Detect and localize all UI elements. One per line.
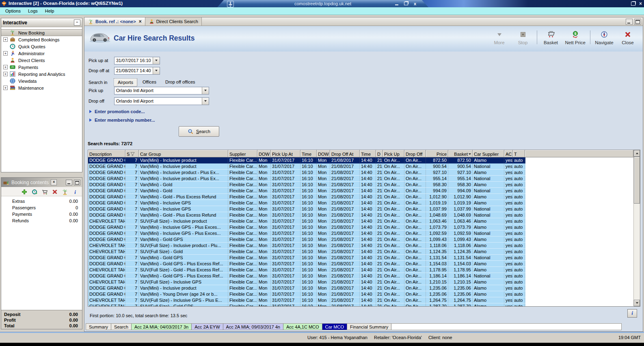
nett-price-button[interactable]: $Nett Price (563, 30, 588, 45)
window-close-button[interactable]: × (639, 1, 642, 6)
result-row[interactable]: DODGE GRAND CAR...7Van(Mini) - Inclusive… (88, 206, 525, 212)
sidebar-item-reporting-and-analytics[interactable]: +Reporting and Analytics (1, 71, 82, 77)
column-header-drop-off[interactable]: Drop Off (404, 150, 426, 157)
dropdown-arrow-icon[interactable] (202, 87, 209, 94)
pickup-location-select[interactable]: Orlando Intl Airport (114, 87, 209, 95)
document-tab[interactable]: Direct Clients Search (145, 17, 202, 26)
result-row[interactable]: CHEVROLET TAHOE ...7SUV(Full Size) - Inc… (88, 279, 525, 285)
expand-toggle-icon[interactable]: + (3, 37, 8, 42)
sidebar-item-completed-bookings[interactable]: +Completed Bookings (1, 36, 82, 43)
search-in-offices[interactable]: Offices (139, 79, 160, 86)
column-header-basket[interactable]: Basket (448, 150, 473, 157)
panel-maximize-button[interactable] (634, 19, 641, 25)
vertical-scrollbar[interactable] (633, 150, 640, 306)
column-header-d[interactable]: D (376, 150, 383, 157)
result-row[interactable]: DODGE GRAND CAR...7Van(Mini) - Gold - Pl… (88, 194, 525, 200)
bottom-tab-financial-summary[interactable]: Financial Summary (347, 324, 391, 330)
result-row[interactable]: DODGE GRAND CAR...7Van(Mini) - Inclusive… (88, 157, 525, 163)
column-header-dow[interactable]: DOW (257, 150, 271, 157)
booking-contents-row[interactable]: Passengers0 (1, 204, 82, 211)
menu-logs[interactable]: Logs (24, 8, 41, 14)
sidebar-item-payments[interactable]: +$Payments (1, 64, 82, 71)
column-header-time[interactable]: Time (300, 150, 317, 157)
menu-help[interactable]: Help (41, 8, 58, 14)
result-row[interactable]: DODGE GRAND CAR...7Van(Mini) - Gold GPSF… (88, 236, 525, 243)
bottom-tab-acc-2a-eyw[interactable]: Acc 2A EYW (192, 324, 223, 330)
info-button[interactable]: i (72, 189, 78, 195)
collapse-panel-button[interactable]: − (74, 19, 80, 26)
dropoff-location-select[interactable]: Orlando Intl Airport (114, 97, 209, 105)
result-row[interactable]: DODGE GRAND CAR...7Van(Mini) - Gold GPS … (88, 261, 525, 267)
expand-toggle-icon[interactable]: + (3, 51, 8, 56)
expand-toggle-icon[interactable]: + (3, 72, 8, 76)
result-row[interactable]: DODGE GRAND CAR...7Van(Mini) - Gold - Pl… (88, 212, 525, 218)
rdp-close-button[interactable]: x (414, 1, 416, 6)
search-button[interactable]: Search (179, 126, 219, 137)
result-row[interactable]: CHEVROLET TAHOE ...7SUV(Full Size) - Gol… (88, 267, 525, 273)
column-header-pick-up[interactable]: Pick Up (383, 150, 404, 157)
sidebar-item-administrator[interactable]: +Administrator (1, 50, 82, 57)
bottom-tab-summary[interactable]: Summary (86, 324, 111, 330)
palm-tree-button[interactable] (62, 189, 68, 195)
expand-toggle-icon[interactable]: + (3, 86, 8, 90)
bottom-tab-acc-4a-1c-mco[interactable]: Acc 4A,1C MCO (283, 324, 322, 330)
result-row[interactable]: DODGE GRAND CAR...7Van(Mini) - Gold GPSF… (88, 255, 525, 261)
sidebar-item-new-booking[interactable]: New Booking (1, 29, 82, 36)
pin-icon[interactable] (227, 1, 234, 7)
result-row[interactable]: DODGE GRAND CAR...7Van(Mini) - GoldFlexi… (88, 188, 525, 194)
column-header-price[interactable]: Price (426, 150, 448, 157)
result-row[interactable]: DODGE GRAND CAR...7Van(Mini) - Inclusive… (88, 224, 525, 230)
result-row[interactable]: DODGE GRAND CAR...7Van(Mini) - Inclusive… (88, 230, 525, 236)
booking-contents-row[interactable]: Refunds0.00 (1, 217, 82, 224)
refresh-button[interactable] (31, 189, 38, 195)
sidebar-item-maintenance[interactable]: +Maintenance (1, 84, 82, 91)
bottom-tab-search[interactable]: Search (111, 324, 132, 330)
navigate-button[interactable]: Navigate (592, 30, 616, 45)
booking-contents-row[interactable]: Extras0.00 (1, 198, 82, 204)
column-header-t[interactable]: T (513, 150, 525, 157)
expand-toggle-icon[interactable]: + (3, 65, 8, 69)
result-row[interactable]: DODGE GRAND CAR...7Van(Mini) - Inclusive… (88, 170, 525, 176)
search-in-airports[interactable]: Airports (114, 79, 137, 86)
column-header-drop-off-at[interactable]: Drop Off At (330, 150, 360, 157)
column-header-s[interactable]: S (125, 150, 139, 157)
dropoff-at-field[interactable]: 21/08/2017 14:40 (114, 67, 160, 75)
result-row[interactable]: DODGE GRAND CAR...7Van(Mini) - Inclusive… (88, 176, 525, 182)
document-tab[interactable]: Book. ref .: <none>× (84, 17, 145, 26)
search-in-drop-off-offices[interactable]: Drop off offices (162, 79, 199, 86)
booking-contents-close-icon[interactable]: × (51, 179, 57, 185)
dropdown-arrow-icon[interactable] (202, 98, 209, 105)
column-header-time[interactable]: Time (360, 150, 376, 157)
window-restore-button[interactable] (631, 2, 635, 6)
result-row[interactable]: CHEVROLET TAHOE ...7SUV(Full Size) - Inc… (88, 297, 525, 303)
column-header-supplier[interactable]: Supplier (228, 150, 257, 157)
sidebar-item-quick-quotes[interactable]: Quick Quotes (1, 43, 82, 50)
panel-minimize-button[interactable] (626, 19, 633, 25)
info-button[interactable]: i (627, 309, 637, 318)
bottom-tab-car-mco[interactable]: Car MCO (322, 324, 347, 330)
booking-contents-minimize-button[interactable] (66, 180, 72, 185)
result-row[interactable]: DODGE GRAND CAR...7Van(Mini) - Inclusive… (88, 285, 525, 291)
column-header-car-group[interactable]: Car Group (139, 150, 228, 157)
sidebar-item-viewdata[interactable]: Viewdata (1, 77, 82, 84)
delete-button[interactable] (52, 189, 58, 195)
result-row[interactable]: CHEVROLET TAHOE ...7SUV(Full Size) - Inc… (88, 243, 525, 249)
result-row[interactable]: CHEVROLET TAHOE ...7SUV(Full Size) - Gol… (88, 249, 525, 255)
result-row[interactable]: DODGE GRAND CAR...7Van(Mini) - GoldFlexi… (88, 182, 525, 188)
scroll-up-button[interactable] (634, 150, 640, 157)
menu-options[interactable]: Options (2, 8, 24, 14)
promo-code-expander[interactable]: Enter promotion code... (89, 109, 145, 114)
filter-icon[interactable] (130, 152, 135, 156)
basket-button[interactable]: Basket (539, 30, 563, 45)
dropdown-arrow-icon[interactable] (153, 67, 160, 74)
result-row[interactable]: DODGE GRAND CAR...7Van(Mini) - Gold GPS … (88, 273, 525, 279)
membership-number-expander[interactable]: Enter membership number... (89, 118, 155, 122)
sidebar-item-direct-clients[interactable]: Direct Clients (1, 57, 82, 64)
result-row[interactable]: CHEVROLET TAHOE ...7SUV(Full Size) - Inc… (88, 218, 525, 224)
booking-contents-maximize-button[interactable] (74, 180, 80, 185)
result-row[interactable]: CHEVROLET TAHOE ...7SUV(Full Size) - Gol… (88, 303, 525, 306)
column-header-description[interactable]: Description (88, 150, 125, 157)
rdp-restore-button[interactable] (404, 1, 408, 6)
close-button[interactable]: Close (616, 30, 640, 45)
tab-close-icon[interactable]: × (139, 19, 142, 24)
